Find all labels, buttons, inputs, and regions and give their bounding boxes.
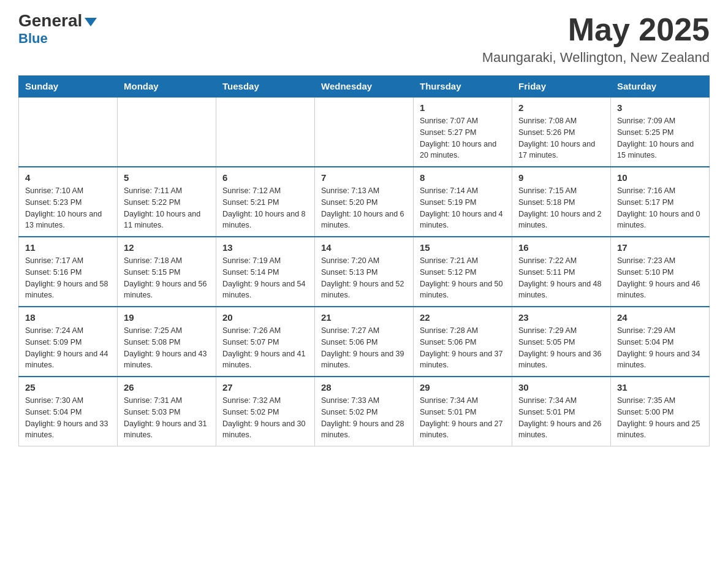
day-info: Sunrise: 7:35 AM Sunset: 5:00 PM Dayligh… bbox=[617, 395, 703, 441]
day-number: 1 bbox=[420, 102, 506, 113]
day-number: 2 bbox=[518, 102, 604, 113]
logo-main: General bbox=[18, 12, 97, 29]
day-info: Sunrise: 7:12 AM Sunset: 5:21 PM Dayligh… bbox=[222, 185, 308, 231]
day-info: Sunrise: 7:18 AM Sunset: 5:15 PM Dayligh… bbox=[124, 255, 210, 301]
day-number: 26 bbox=[124, 382, 210, 393]
col-tuesday: Tuesday bbox=[216, 76, 315, 98]
table-row: 8Sunrise: 7:14 AM Sunset: 5:19 PM Daylig… bbox=[414, 167, 512, 237]
day-number: 4 bbox=[25, 172, 111, 183]
calendar-week-row: 1Sunrise: 7:07 AM Sunset: 5:27 PM Daylig… bbox=[19, 97, 710, 167]
day-info: Sunrise: 7:33 AM Sunset: 5:02 PM Dayligh… bbox=[321, 395, 407, 441]
day-info: Sunrise: 7:07 AM Sunset: 5:27 PM Dayligh… bbox=[420, 115, 506, 161]
day-info: Sunrise: 7:31 AM Sunset: 5:03 PM Dayligh… bbox=[124, 395, 210, 441]
table-row: 6Sunrise: 7:12 AM Sunset: 5:21 PM Daylig… bbox=[216, 167, 315, 237]
day-info: Sunrise: 7:34 AM Sunset: 5:01 PM Dayligh… bbox=[420, 395, 506, 441]
logo: General Blue bbox=[18, 12, 97, 47]
day-info: Sunrise: 7:21 AM Sunset: 5:12 PM Dayligh… bbox=[420, 255, 506, 301]
day-info: Sunrise: 7:25 AM Sunset: 5:08 PM Dayligh… bbox=[124, 325, 210, 371]
month-title: May 2025 bbox=[482, 12, 710, 47]
day-info: Sunrise: 7:32 AM Sunset: 5:02 PM Dayligh… bbox=[222, 395, 308, 441]
table-row bbox=[19, 97, 118, 167]
day-info: Sunrise: 7:30 AM Sunset: 5:04 PM Dayligh… bbox=[25, 395, 111, 441]
col-wednesday: Wednesday bbox=[315, 76, 414, 98]
day-number: 27 bbox=[222, 382, 308, 393]
table-row: 31Sunrise: 7:35 AM Sunset: 5:00 PM Dayli… bbox=[611, 377, 710, 446]
day-number: 22 bbox=[420, 312, 506, 323]
day-info: Sunrise: 7:13 AM Sunset: 5:20 PM Dayligh… bbox=[321, 185, 407, 231]
day-info: Sunrise: 7:27 AM Sunset: 5:06 PM Dayligh… bbox=[321, 325, 407, 371]
day-info: Sunrise: 7:23 AM Sunset: 5:10 PM Dayligh… bbox=[617, 255, 703, 301]
day-number: 25 bbox=[25, 382, 111, 393]
day-info: Sunrise: 7:29 AM Sunset: 5:04 PM Dayligh… bbox=[617, 325, 703, 371]
table-row: 13Sunrise: 7:19 AM Sunset: 5:14 PM Dayli… bbox=[216, 237, 315, 307]
day-number: 9 bbox=[518, 172, 604, 183]
calendar-week-row: 18Sunrise: 7:24 AM Sunset: 5:09 PM Dayli… bbox=[19, 307, 710, 377]
day-number: 30 bbox=[518, 382, 604, 393]
day-info: Sunrise: 7:16 AM Sunset: 5:17 PM Dayligh… bbox=[617, 185, 703, 231]
day-number: 20 bbox=[222, 312, 308, 323]
day-info: Sunrise: 7:34 AM Sunset: 5:01 PM Dayligh… bbox=[518, 395, 604, 441]
table-row: 29Sunrise: 7:34 AM Sunset: 5:01 PM Dayli… bbox=[414, 377, 512, 446]
day-number: 17 bbox=[617, 242, 703, 253]
table-row: 17Sunrise: 7:23 AM Sunset: 5:10 PM Dayli… bbox=[611, 237, 710, 307]
calendar-table: Sunday Monday Tuesday Wednesday Thursday… bbox=[18, 75, 710, 446]
table-row: 4Sunrise: 7:10 AM Sunset: 5:23 PM Daylig… bbox=[19, 167, 118, 237]
table-row: 23Sunrise: 7:29 AM Sunset: 5:05 PM Dayli… bbox=[512, 307, 611, 377]
day-info: Sunrise: 7:17 AM Sunset: 5:16 PM Dayligh… bbox=[25, 255, 111, 301]
page-header: General Blue May 2025 Maungaraki, Wellin… bbox=[18, 12, 710, 66]
day-info: Sunrise: 7:14 AM Sunset: 5:19 PM Dayligh… bbox=[420, 185, 506, 231]
table-row: 11Sunrise: 7:17 AM Sunset: 5:16 PM Dayli… bbox=[19, 237, 118, 307]
day-number: 5 bbox=[124, 172, 210, 183]
day-number: 23 bbox=[518, 312, 604, 323]
table-row: 1Sunrise: 7:07 AM Sunset: 5:27 PM Daylig… bbox=[414, 97, 512, 167]
col-saturday: Saturday bbox=[611, 76, 710, 98]
day-number: 15 bbox=[420, 242, 506, 253]
day-number: 14 bbox=[321, 242, 407, 253]
day-number: 19 bbox=[124, 312, 210, 323]
table-row: 18Sunrise: 7:24 AM Sunset: 5:09 PM Dayli… bbox=[19, 307, 118, 377]
calendar-week-row: 25Sunrise: 7:30 AM Sunset: 5:04 PM Dayli… bbox=[19, 377, 710, 446]
table-row: 14Sunrise: 7:20 AM Sunset: 5:13 PM Dayli… bbox=[315, 237, 414, 307]
col-monday: Monday bbox=[118, 76, 216, 98]
day-number: 13 bbox=[222, 242, 308, 253]
day-number: 7 bbox=[321, 172, 407, 183]
day-info: Sunrise: 7:10 AM Sunset: 5:23 PM Dayligh… bbox=[25, 185, 111, 231]
day-number: 28 bbox=[321, 382, 407, 393]
table-row: 9Sunrise: 7:15 AM Sunset: 5:18 PM Daylig… bbox=[512, 167, 611, 237]
table-row bbox=[315, 97, 414, 167]
day-number: 8 bbox=[420, 172, 506, 183]
day-number: 31 bbox=[617, 382, 703, 393]
logo-sub: Blue bbox=[18, 31, 48, 47]
col-sunday: Sunday bbox=[19, 76, 118, 98]
day-number: 24 bbox=[617, 312, 703, 323]
table-row bbox=[118, 97, 216, 167]
day-number: 3 bbox=[617, 102, 703, 113]
table-row bbox=[216, 97, 315, 167]
day-info: Sunrise: 7:09 AM Sunset: 5:25 PM Dayligh… bbox=[617, 115, 703, 161]
day-info: Sunrise: 7:08 AM Sunset: 5:26 PM Dayligh… bbox=[518, 115, 604, 161]
day-number: 10 bbox=[617, 172, 703, 183]
col-thursday: Thursday bbox=[414, 76, 512, 98]
day-number: 29 bbox=[420, 382, 506, 393]
day-info: Sunrise: 7:28 AM Sunset: 5:06 PM Dayligh… bbox=[420, 325, 506, 371]
day-number: 21 bbox=[321, 312, 407, 323]
table-row: 12Sunrise: 7:18 AM Sunset: 5:15 PM Dayli… bbox=[118, 237, 216, 307]
table-row: 25Sunrise: 7:30 AM Sunset: 5:04 PM Dayli… bbox=[19, 377, 118, 446]
day-info: Sunrise: 7:22 AM Sunset: 5:11 PM Dayligh… bbox=[518, 255, 604, 301]
table-row: 27Sunrise: 7:32 AM Sunset: 5:02 PM Dayli… bbox=[216, 377, 315, 446]
col-friday: Friday bbox=[512, 76, 611, 98]
day-info: Sunrise: 7:19 AM Sunset: 5:14 PM Dayligh… bbox=[222, 255, 308, 301]
table-row: 3Sunrise: 7:09 AM Sunset: 5:25 PM Daylig… bbox=[611, 97, 710, 167]
table-row: 30Sunrise: 7:34 AM Sunset: 5:01 PM Dayli… bbox=[512, 377, 611, 446]
day-info: Sunrise: 7:11 AM Sunset: 5:22 PM Dayligh… bbox=[124, 185, 210, 231]
table-row: 24Sunrise: 7:29 AM Sunset: 5:04 PM Dayli… bbox=[611, 307, 710, 377]
calendar-week-row: 11Sunrise: 7:17 AM Sunset: 5:16 PM Dayli… bbox=[19, 237, 710, 307]
location-title: Maungaraki, Wellington, New Zealand bbox=[482, 50, 710, 66]
day-info: Sunrise: 7:24 AM Sunset: 5:09 PM Dayligh… bbox=[25, 325, 111, 371]
table-row: 28Sunrise: 7:33 AM Sunset: 5:02 PM Dayli… bbox=[315, 377, 414, 446]
day-number: 16 bbox=[518, 242, 604, 253]
table-row: 20Sunrise: 7:26 AM Sunset: 5:07 PM Dayli… bbox=[216, 307, 315, 377]
table-row: 10Sunrise: 7:16 AM Sunset: 5:17 PM Dayli… bbox=[611, 167, 710, 237]
day-info: Sunrise: 7:26 AM Sunset: 5:07 PM Dayligh… bbox=[222, 325, 308, 371]
calendar-week-row: 4Sunrise: 7:10 AM Sunset: 5:23 PM Daylig… bbox=[19, 167, 710, 237]
